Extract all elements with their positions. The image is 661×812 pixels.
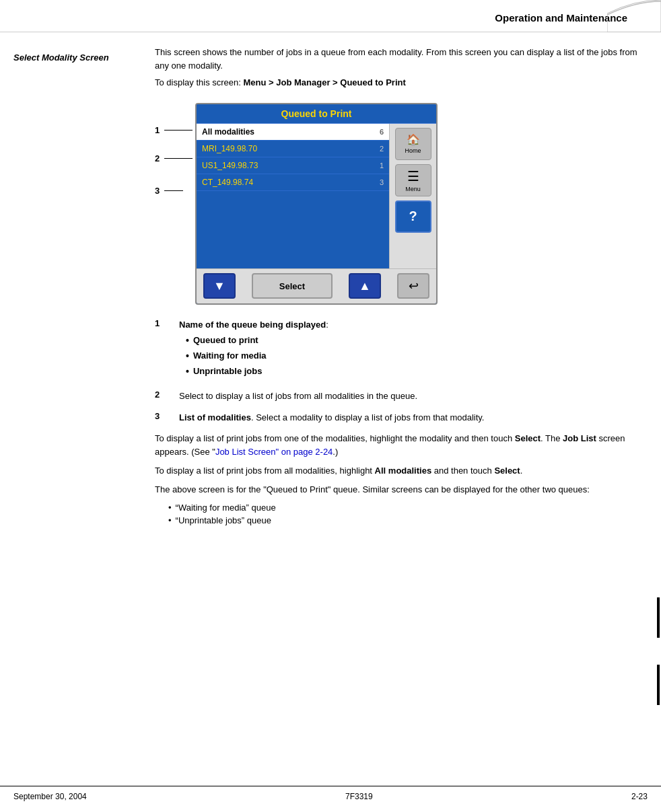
link-job-list[interactable]: Job List Screen" on page 2-24 [215,447,333,457]
list-item-3[interactable]: CT_149.98.74 3 [197,174,389,191]
callout-3-number: 3 [155,186,164,196]
list-item-1[interactable]: MRI_149.98.70 2 [197,141,389,157]
menu-label: Menu [405,186,421,192]
callout-3-line [164,190,183,191]
list-item-2[interactable]: US1_149.98.73 1 [197,157,389,174]
right-border-bar-2 [657,665,660,705]
page-footer: September 30, 2004 7F3319 2-23 [0,786,661,807]
num-3-body: . Select a modality to display a list of… [251,412,485,422]
footer-date: September 30, 2004 [13,792,87,801]
device-bottom: ▼ Select ▲ ↩ [197,268,436,303]
list-item-0-label: All modalities [202,127,254,137]
num-3-bold: List of modalities [179,412,251,422]
list-item-3-label: CT_149.98.74 [202,178,253,187]
queue-bullet-list: “Waiting for media” queue “Unprintable j… [168,503,648,525]
screen-container: 1 2 3 Queued to Print [155,103,648,305]
list-item-2-label: US1_149.98.73 [202,161,258,170]
numbered-item-3: 3 List of modalities. Select a modality … [155,411,648,425]
queue-bullet-2: “Unprintable jobs” queue [168,515,648,525]
footer-page-number: 2-23 [631,792,648,801]
help-icon: ? [409,209,417,224]
device-body: All modalities 6 MRI_149.98.70 2 US1_149… [197,124,436,268]
help-button[interactable]: ? [395,200,431,233]
queue-bullet-1: “Waiting for media” queue [168,503,648,513]
body-para-3: The above screen is for the "Queued to P… [155,483,648,496]
num-label-3: 3 [155,411,171,425]
bullet-list-1: Queued to print Waiting for media Unprin… [186,334,648,379]
home-button[interactable]: 🏠 Home [395,128,431,160]
header-curve-decoration [607,0,661,32]
up-arrow-button[interactable]: ▲ [349,273,381,299]
select-label: Select [279,281,305,291]
num-1-colon: : [326,320,328,330]
callout-row-1: 1 [155,122,193,139]
intro-text-1: This screen shows the number of jobs in … [155,47,637,71]
device-title: Queued to Print [281,108,352,119]
bullet-item-queued: Queued to print [186,334,648,348]
numbered-item-2: 2 Select to display a list of jobs from … [155,390,648,403]
list-item-3-count: 3 [380,178,384,186]
device-screen: Queued to Print All modalities 6 MRI_149… [195,103,438,305]
list-item-1-label: MRI_149.98.70 [202,144,257,153]
num-1-bold: Name of the queue being displayed [179,320,326,330]
home-label: Home [405,147,421,154]
intro-text-2a: To display this screen: [155,77,244,87]
device-title-bar: Queued to Print [197,104,436,124]
bold-all-modalities: All modalities [375,466,432,476]
section-title: Select Modality Screen [13,52,109,63]
body-para-1: To display a list of print jobs from one… [155,432,648,459]
bold-job-list: Job List [563,433,596,443]
num-label-2: 2 [155,390,171,403]
down-arrow-button[interactable]: ▼ [203,273,236,299]
num-label-1: 1 [155,318,171,382]
callout-2-line [164,158,193,159]
right-column: This screen shows the number of jobs in … [148,46,648,772]
up-arrow-icon: ▲ [359,279,371,293]
right-border-bar-1 [657,597,660,638]
down-arrow-icon: ▼ [213,279,225,293]
bold-select-2: Select [494,466,520,476]
body-para-2: To display a list of print jobs from all… [155,464,648,478]
page-content: Select Modality Screen This screen shows… [0,32,661,772]
list-item-2-count: 1 [380,161,384,170]
num-content-1: Name of the queue being displayed: Queue… [179,318,648,382]
list-item-0-count: 6 [380,128,384,136]
back-arrow-icon: ↩ [409,279,419,293]
left-column: Select Modality Screen [13,46,148,772]
num-2-body: Select to display a list of jobs from al… [179,391,417,401]
bold-select-1: Select [515,433,541,443]
footer-doc-number: 7F3319 [345,792,373,801]
page-header: Operation and Maintenance [0,0,661,32]
list-item-0[interactable]: All modalities 6 [197,124,389,141]
intro-paragraph-2: To display this screen: Menu > Job Manag… [155,76,648,89]
device-list: All modalities 6 MRI_149.98.70 2 US1_149… [197,124,389,268]
menu-button[interactable]: ☰ Menu [395,164,431,196]
device-sidebar: 🏠 Home ☰ Menu ? [389,124,436,268]
select-button[interactable]: Select [252,273,333,299]
home-icon: 🏠 [407,133,420,146]
callout-2-number: 2 [155,153,164,163]
callout-row-2: 2 [155,150,193,168]
menu-icon: ☰ [407,168,419,184]
numbered-item-1: 1 Name of the queue being displayed: Que… [155,318,648,382]
bullet-item-unprintable: Unprintable jobs [186,365,648,379]
intro-text-2b: Menu > Job Manager > Queued to Print [244,77,406,87]
bullet-item-waiting: Waiting for media [186,349,648,363]
num-content-2: Select to display a list of jobs from al… [179,390,648,403]
callout-1-number: 1 [155,125,164,135]
list-item-1-count: 2 [380,145,384,153]
back-button[interactable]: ↩ [397,273,429,299]
callout-numbers: 1 2 3 [155,103,193,305]
callout-1-line [164,130,193,131]
num-content-3: List of modalities. Select a modality to… [179,411,648,425]
callout-row-3: 3 [155,182,193,200]
intro-paragraph-1: This screen shows the number of jobs in … [155,46,648,72]
